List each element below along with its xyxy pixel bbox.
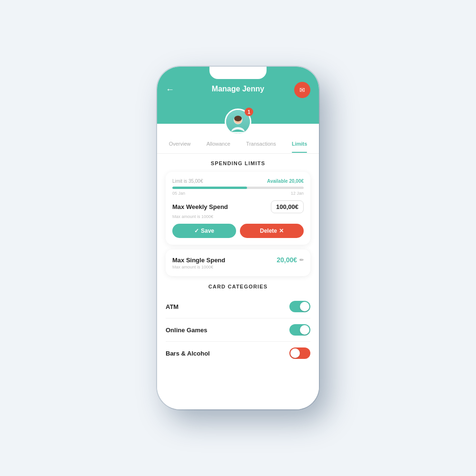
single-spend-card: Max Single Spend 20,00€ ✏ Max amount is … xyxy=(166,249,310,276)
card-categories-title: CARD CATEGORIES xyxy=(166,284,310,289)
limit-header: Limit is 35,00€ Available 20,00€ xyxy=(172,178,304,184)
save-button[interactable]: ✓ Save xyxy=(172,224,236,238)
header-title: Manage Jenny xyxy=(212,85,264,93)
progress-dates: 05 Jan 12 Jan xyxy=(172,191,304,196)
toggle-online-games[interactable] xyxy=(289,324,310,336)
svg-point-3 xyxy=(234,116,242,121)
date-start: 05 Jan xyxy=(172,191,185,196)
notch xyxy=(209,67,267,79)
weekly-label: Max Weekly Spend xyxy=(172,203,228,210)
weekly-limit-card: Limit is 35,00€ Available 20,00€ 05 Jan … xyxy=(166,172,310,245)
limit-available: Available 20,00€ xyxy=(267,178,304,184)
tab-overview[interactable]: Overview xyxy=(169,141,191,149)
single-amount: 20,00€ xyxy=(277,256,297,264)
phone-wrapper: ← Manage Jenny ✉ xyxy=(157,67,319,409)
toggle-atm[interactable] xyxy=(289,301,310,312)
notification-badge: 1 xyxy=(245,108,253,116)
weekly-sublabel: Max amount is 1000€ xyxy=(172,214,304,219)
spending-limits-title: SPENDING LIMITS xyxy=(166,160,310,166)
single-sublabel: Max amount is 1000€ xyxy=(172,265,304,269)
date-end: 12 Jan xyxy=(291,191,304,196)
toggle-bars-alcohol-knob xyxy=(290,348,300,358)
toggle-online-games-knob xyxy=(300,325,309,335)
save-label: Save xyxy=(201,228,214,234)
tab-transactions[interactable]: Transactions xyxy=(246,141,276,149)
category-bars-alcohol-label: Bars & Alcohol xyxy=(166,350,210,357)
category-online-games-label: Online Games xyxy=(166,327,207,334)
progress-bar xyxy=(172,187,304,189)
delete-label: Delete xyxy=(260,228,277,234)
single-label: Max Single Spend xyxy=(172,257,225,264)
check-icon: ✓ xyxy=(194,228,199,234)
limit-label: Limit is 35,00€ xyxy=(172,178,203,184)
phone-frame: ← Manage Jenny ✉ xyxy=(157,67,319,409)
toggle-bars-alcohol[interactable] xyxy=(289,347,310,359)
send-icon-button[interactable]: ✉ xyxy=(294,82,310,98)
avatar-container: 1 xyxy=(225,109,251,137)
single-row: Max Single Spend 20,00€ ✏ xyxy=(172,256,304,264)
weekly-limit-row: Max Weekly Spend 100,00€ xyxy=(172,200,304,213)
back-button[interactable]: ← xyxy=(166,85,174,95)
tab-limits[interactable]: Limits xyxy=(292,141,307,149)
category-atm: ATM xyxy=(166,295,310,318)
category-atm-label: ATM xyxy=(166,303,178,310)
send-icon: ✉ xyxy=(299,86,305,94)
main-content: SPENDING LIMITS Limit is 35,00€ Availabl… xyxy=(157,154,319,409)
delete-button[interactable]: Delete ✕ xyxy=(240,224,304,238)
tab-allowance[interactable]: Allowance xyxy=(207,141,230,149)
progress-fill xyxy=(172,187,247,189)
toggle-atm-knob xyxy=(300,302,309,311)
action-buttons: ✓ Save Delete ✕ xyxy=(172,224,304,238)
single-value: 20,00€ ✏ xyxy=(277,256,304,264)
category-bars-alcohol: Bars & Alcohol xyxy=(166,342,310,365)
category-online-games: Online Games xyxy=(166,318,310,342)
close-icon: ✕ xyxy=(279,228,284,234)
edit-icon[interactable]: ✏ xyxy=(299,257,304,263)
category-list: ATM Online Games Bars & Alcohol xyxy=(166,295,310,365)
weekly-input[interactable]: 100,00€ xyxy=(271,200,304,213)
